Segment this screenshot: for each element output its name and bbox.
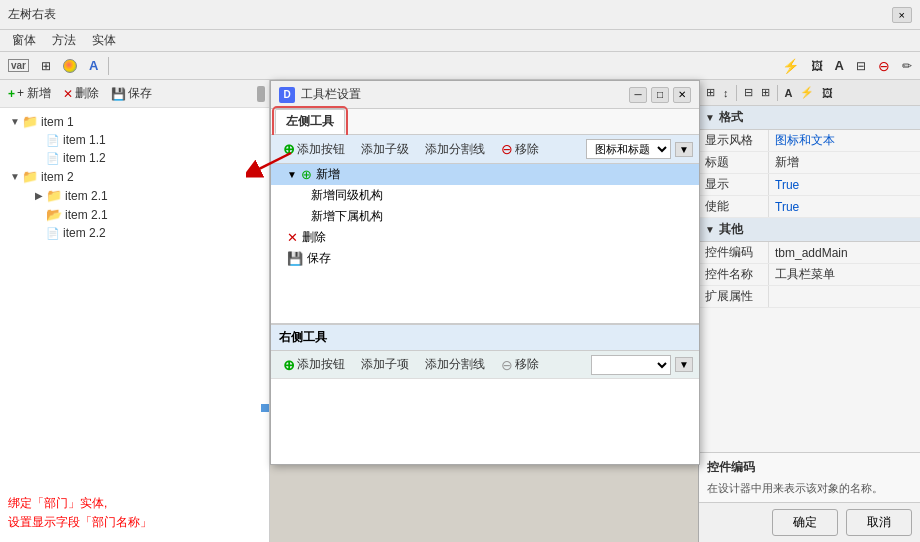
main-toolbar: var ⊞ A ⚡ 🖼 A ⊟ ⊖ ✏ [0,52,920,80]
pencil-icon: ✏ [902,59,912,73]
image-button[interactable]: 🖼 [807,57,827,75]
dialog-minimize-btn[interactable]: ─ [629,87,647,103]
tree-label-item2-1a: item 2.1 [65,189,108,203]
prop-key-style: 显示风格 [699,130,769,151]
delete-label: 删除 [75,85,99,102]
color-circle-icon [63,59,77,73]
props-a-btn[interactable]: A [782,86,796,100]
remove-button[interactable]: ⊖ 移除 [495,139,545,160]
annotation-line2: 设置显示字段「部门名称」 [8,515,152,529]
dialog-tree-node-add-same[interactable]: 新增同级机构 [271,185,699,206]
save-disk-icon: 💾 [287,251,303,266]
pencil-button[interactable]: ✏ [898,57,916,75]
dialog-maximize-btn[interactable]: □ [651,87,669,103]
title-bar: 左树右表 × [0,0,920,30]
bottom-info-text: 在设计器中用来表示该对象的名称。 [707,480,912,497]
grid-button[interactable]: ⊞ [37,57,55,75]
lightning-icon: ⚡ [782,58,799,74]
props-table-btn[interactable]: ⊟ [741,85,756,100]
prop-val-visible[interactable]: True [769,176,920,194]
props-table2-btn[interactable]: ⊞ [758,85,773,100]
menu-item-window[interactable]: 窗体 [4,30,44,51]
display-style-select[interactable]: 图标和标题 [586,139,671,159]
tree-node-item1-1[interactable]: ▶ 📄 item 1.1 [0,131,269,149]
dialog-tree-node-delete[interactable]: ✕ 删除 [271,227,699,248]
menu-item-entity[interactable]: 实体 [84,30,124,51]
dialog-tree-node-add[interactable]: ▼ ⊕ 新增 [271,164,699,185]
format-collapse-icon: ▼ [705,112,715,123]
right-remove-btn[interactable]: ⊖ 移除 [495,354,545,375]
right-section: 右侧工具 ⊕ 添加按钮 添加子项 添加分割线 ⊖ 移除 [271,324,699,449]
dialog-close-btn[interactable]: ✕ [673,87,691,103]
annotation-text: 绑定「部门」实体, 设置显示字段「部门名称」 [0,484,269,542]
title-text: 左树右表 [8,6,890,23]
var-button[interactable]: var [4,57,33,74]
add-button[interactable]: + + 新增 [4,83,55,104]
prop-val-extend[interactable] [769,295,920,299]
dialog-tree-node-save[interactable]: 💾 保存 [271,248,699,269]
prop-val-ctrl-code[interactable]: tbm_addMain [769,244,920,262]
tree-node-item1-2[interactable]: ▶ 📄 item 1.2 [0,149,269,167]
resize-handle[interactable] [261,404,269,412]
prop-key-visible: 显示 [699,174,769,195]
tree-node-item2-2[interactable]: ▶ 📄 item 2.2 [0,224,269,242]
right-add-child-btn[interactable]: 添加子项 [355,354,415,375]
tree-label-item1-1: item 1.1 [63,133,106,147]
dialog-controls: ─ □ ✕ [629,87,691,103]
tree-node-item2-1a[interactable]: ▶ 📁 item 2.1 [0,186,269,205]
lightning-button[interactable]: ⚡ [778,56,803,76]
dialog-title-text: 工具栏设置 [301,86,629,103]
prop-val-style[interactable]: 图标和文本 [769,130,920,151]
tab-left-tool[interactable]: 左侧工具 [275,109,345,134]
save-button[interactable]: 💾 保存 [107,83,156,104]
tree-node-item2[interactable]: ▼ 📁 item 2 [0,167,269,186]
tree-label-item1-2: item 1.2 [63,151,106,165]
ok-button[interactable]: 确定 [772,509,838,536]
toolbar-sep-1 [108,57,109,75]
right-display-select[interactable] [591,355,671,375]
tree-label-item2-1b: item 2.1 [65,208,108,222]
dialog-tree-node-add-sub-label: 新增下属机构 [311,208,383,225]
grid2-button[interactable]: ⊟ [852,57,870,75]
right-add-child-label: 添加子项 [361,356,409,373]
toggle-item1[interactable]: ▼ [8,115,22,129]
bottom-info-label: 控件编码 [707,459,912,476]
right-dropdown-btn[interactable]: ▼ [675,357,693,372]
prop-key-ctrl-name: 控件名称 [699,264,769,285]
tree-node-item1[interactable]: ▼ 📁 item 1 [0,112,269,131]
right-add-btn[interactable]: ⊕ 添加按钮 [277,354,351,375]
color-circle-button[interactable] [59,57,81,75]
right-add-divider-btn[interactable]: 添加分割线 [419,354,491,375]
props-row-ctrl-code: 控件编码 tbm_addMain [699,242,920,264]
dropdown-arrow-btn[interactable]: ▼ [675,142,693,157]
toggle-item2-1a[interactable]: ▶ [32,189,46,203]
cancel-button[interactable]: 取消 [846,509,912,536]
dialog-tree-node-delete-label: 删除 [302,229,326,246]
props-grid-btn[interactable]: ⊞ [703,85,718,100]
props-image-btn[interactable]: 🖼 [819,86,836,100]
menu-item-method[interactable]: 方法 [44,30,84,51]
text-icon: A [835,58,844,73]
prop-val-ctrl-name[interactable]: 工具栏菜单 [769,264,920,285]
right-section-label: 右侧工具 [271,325,699,351]
add-divider-button[interactable]: 添加分割线 [419,139,491,160]
tree-label-item1: item 1 [41,115,74,129]
dialog-tree-node-add-sub[interactable]: 新增下属机构 [271,206,699,227]
toggle-item2[interactable]: ▼ [8,170,22,184]
text-button[interactable]: A [831,56,848,75]
prop-key-enable: 使能 [699,196,769,217]
right-remove-icon: ⊖ [501,357,513,373]
dialog-title-bar: D 工具栏设置 ─ □ ✕ [271,81,699,109]
props-sort-btn[interactable]: ↕ [720,86,732,100]
prop-val-enable[interactable]: True [769,198,920,216]
close-button[interactable]: × [892,7,912,23]
props-lightning-btn[interactable]: ⚡ [797,85,817,100]
delete-button[interactable]: ✕ 删除 [59,83,103,104]
add-child-button[interactable]: 添加子级 [355,139,415,160]
tree-node-item2-1b[interactable]: ▶ 📂 item 2.1 [0,205,269,224]
right-props-panel: ⊞ ↕ ⊟ ⊞ A ⚡ 🖼 ▼ 格式 显示风格 图标和文本 标题 新增 [698,80,920,542]
minus-red-button[interactable]: ⊖ [874,56,894,76]
prop-val-title[interactable]: 新增 [769,152,920,173]
text-a-button[interactable]: A [85,56,102,75]
var-icon: var [8,59,29,72]
